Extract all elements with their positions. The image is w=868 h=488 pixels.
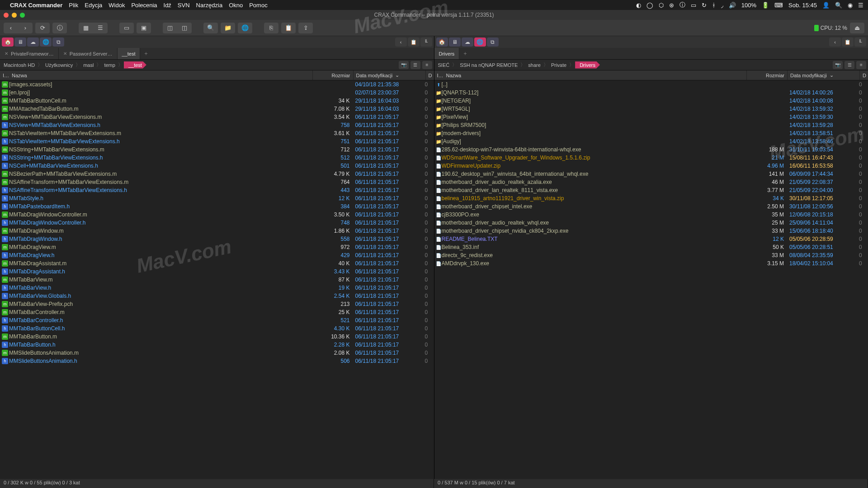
status-icon[interactable]: ⊛ [669, 2, 674, 9]
file-row[interactable]: mMMTabDragAssistant.m40 K06/11/18 21:05:… [0, 259, 434, 267]
file-row[interactable]: mMMTabBarButton.m10.36 K06/11/18 21:05:1… [0, 333, 434, 341]
file-row[interactable]: mMMTabDragView.m97206/11/18 21:05:170 [0, 243, 434, 251]
close-button[interactable] [4, 13, 9, 18]
file-row[interactable]: 📁[Philips SRM7500]14/02/18 13:59:280 [434, 121, 868, 129]
file-row[interactable]: hNSCell+MMTabBarViewExtensions.h50106/11… [0, 162, 434, 170]
file-row[interactable]: hMMTabStyle.h12 K06/11/18 21:05:170 [0, 194, 434, 202]
user-icon[interactable]: 👤 [822, 2, 830, 9]
file-row[interactable]: hMMTabDragWindow.h55806/11/18 21:05:170 [0, 235, 434, 243]
clipboard-icon[interactable]: 📋 [842, 38, 854, 47]
list-icon[interactable]: ☰ [410, 61, 420, 69]
clock[interactable]: Sob. 15:45 [788, 2, 817, 9]
panel-left-button[interactable]: ◫ [163, 23, 177, 33]
file-row[interactable]: mMMAttachedTabBarButton.m7.08 K29/11/18 … [0, 105, 434, 113]
terminal-button[interactable]: ▣ [137, 23, 151, 33]
breadcrumb-segment[interactable]: share [526, 62, 542, 68]
tab[interactable]: __test [118, 48, 141, 59]
file-row[interactable]: 📁[WRT54GL]14/02/18 13:59:320 [434, 105, 868, 113]
file-row[interactable]: hMMTabBarView.Globals.h2.54 K06/11/18 21… [0, 292, 434, 300]
file-row[interactable]: mNSString+MMTabBarViewExtensions.m71206/… [0, 145, 434, 154]
close-tab-icon[interactable]: ✕ [63, 51, 67, 56]
file-row[interactable]: 📄directx_9c_redist.exe33 M08/08/04 23:35… [434, 251, 868, 259]
file-row[interactable]: 📄motherboard_driver_lan_realtek_8111_vis… [434, 186, 868, 194]
fav-dropbox-icon[interactable]: ⧉ [487, 38, 499, 47]
file-row[interactable]: hNSView+MMTabBarViewExtensions.h75806/11… [0, 121, 434, 129]
volume-icon[interactable]: 🔊 [729, 2, 736, 9]
folder-button[interactable]: 📁 [221, 23, 235, 33]
breadcrumb-segment[interactable]: Private [549, 62, 568, 68]
file-row[interactable]: hMMTabDragWindowController.h74806/11/18 … [0, 219, 434, 227]
col-date[interactable]: Data modyfikacji ⌄ [788, 70, 860, 80]
nav-back-icon[interactable]: ‹ [395, 38, 407, 47]
breadcrumb-segment[interactable]: Macintosh HD [2, 62, 37, 68]
fav-desktop-icon[interactable]: 🖥 [449, 38, 461, 47]
menu-edycja[interactable]: Edycja [85, 2, 102, 9]
share-button[interactable]: ⇪ [298, 23, 313, 33]
file-row[interactable]: 📄belinea_101915_artno111921_driver_win_v… [434, 194, 868, 202]
minimize-button[interactable] [12, 13, 17, 18]
file-row[interactable]: mMMTabBarView-Prefix.pch21306/11/18 21:0… [0, 300, 434, 308]
spotlight-icon[interactable]: 🔍 [835, 2, 842, 9]
file-row[interactable]: 📁[NETGEAR]14/02/18 14:00:080 [434, 97, 868, 105]
list-icon[interactable]: ☰ [844, 61, 854, 69]
file-row[interactable]: hMMTabDragView.h42906/11/18 21:05:170 [0, 251, 434, 259]
app-name[interactable]: CRAX Commander [10, 2, 62, 9]
file-row[interactable]: 📁[PixelView]14/02/18 13:59:300 [434, 113, 868, 121]
preview-button[interactable]: ▭ [119, 23, 134, 33]
file-row[interactable]: mMMTabBarController.m25 K06/11/18 21:05:… [0, 308, 434, 316]
file-row[interactable]: 📁[modem-drivers]14/02/18 13:58:510 [434, 129, 868, 137]
file-row[interactable]: hMMTabBarButtonCell.h4.30 K06/11/18 21:0… [0, 324, 434, 333]
bluetooth-icon[interactable]: ᚼ [712, 2, 716, 9]
notification-icon[interactable]: ☰ [858, 2, 863, 9]
battery-icon[interactable]: 🔋 [762, 2, 769, 9]
fav-home-icon[interactable]: 🏠 [436, 38, 448, 47]
siri-icon[interactable]: ◉ [848, 2, 853, 9]
file-row[interactable]: hMMTabBarButton.h2.28 K06/11/18 21:05:17… [0, 341, 434, 349]
status-icon[interactable]: ⬡ [659, 2, 664, 9]
close-tab-icon[interactable]: ✕ [5, 51, 8, 56]
file-row[interactable]: mNSView+MMTabBarViewExtensions.m3.54 K06… [0, 113, 434, 121]
camera-icon[interactable]: 📷 [399, 61, 409, 69]
fav-globe-icon[interactable]: 🌐 [40, 38, 52, 47]
col-ext[interactable]: D [860, 70, 868, 80]
col-name[interactable]: Nazwa [9, 70, 313, 80]
breadcrumb-segment[interactable]: temp [102, 62, 117, 68]
battery-percent[interactable]: 100% [741, 2, 756, 9]
menu-polecenia[interactable]: Polecenia [131, 2, 157, 9]
fav-desktop-icon[interactable]: 🖥 [14, 38, 26, 47]
file-row[interactable]: mMMTabDragWindow.m1.86 K06/11/18 21:05:1… [0, 227, 434, 235]
breadcrumb-segment[interactable]: Użytkownicy [43, 62, 75, 68]
col-icon[interactable]: I… [434, 70, 443, 80]
file-row[interactable]: hNSAffineTransform+MMTabBarViewExtension… [0, 186, 434, 194]
breadcrumb-segment[interactable]: SIEĆ [436, 62, 452, 68]
tree-icon[interactable]: ╙ [420, 38, 432, 47]
file-row[interactable]: 📄README_Belinea.TXT12 K05/05/06 20:28:59… [434, 235, 868, 243]
nav-back-icon[interactable]: ‹ [829, 38, 841, 47]
panel-dual-button[interactable]: ◫ [177, 23, 192, 33]
tab[interactable]: Drivers [434, 48, 460, 59]
col-name[interactable]: Nazwa [443, 70, 747, 80]
col-date[interactable]: Data modyfikacji ⌄ [354, 70, 426, 80]
tree-icon[interactable]: ╙ [854, 38, 866, 47]
tab[interactable]: ✕PrivateFramewor… [0, 48, 59, 59]
timemachine-icon[interactable]: ↻ [702, 2, 707, 9]
paste-button[interactable]: 📋 [281, 23, 296, 33]
list-icon[interactable]: ≡ [856, 61, 866, 69]
file-row[interactable]: m[images.xcassets]04/10/18 21:35:380 [0, 80, 434, 89]
col-ext[interactable]: D [426, 70, 434, 80]
back-button[interactable]: ‹ [4, 23, 18, 33]
globe-button[interactable]: 🌐 [238, 23, 252, 33]
left-file-list[interactable]: m[images.xcassets]04/10/18 21:35:380m[en… [0, 80, 434, 479]
breadcrumb-segment[interactable]: SSH na nQNAP REMOTE [458, 62, 519, 68]
file-row[interactable]: mMMTabDragWindowController.m3.50 K06/11/… [0, 211, 434, 219]
status-icon[interactable]: ◯ [646, 2, 653, 9]
file-row[interactable]: 📄Belinea_353.inf50 K05/05/06 20:28:510 [434, 243, 868, 251]
file-row[interactable]: mNSAffineTransform+MMTabBarViewExtension… [0, 178, 434, 186]
right-file-list[interactable]: ⬆[..]0📁[QNAP.TS-112]14/02/18 14:00:260📁[… [434, 80, 868, 479]
eject-button[interactable]: ⏏ [850, 23, 864, 33]
add-tab-button[interactable]: ＋ [140, 50, 152, 57]
file-row[interactable]: hMMTabBarController.h52106/11/18 21:05:1… [0, 316, 434, 324]
menu-plik[interactable]: Plik [69, 2, 78, 9]
file-row[interactable]: 📄motherboard_driver_audio_realtek_whql.e… [434, 219, 868, 227]
menu-pomoc[interactable]: Pomoc [249, 2, 267, 9]
